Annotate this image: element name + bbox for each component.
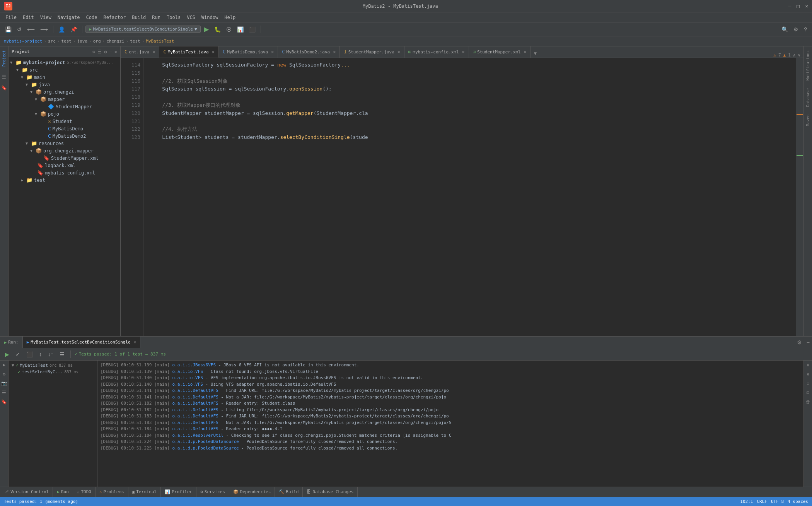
- side-bookmark-icon[interactable]: 🔖: [1, 399, 7, 405]
- menu-vcs[interactable]: VCS: [184, 14, 198, 21]
- menu-help[interactable]: Help: [221, 14, 239, 21]
- tab-MyBatisTest[interactable]: C MyBatisTest.java ✕: [159, 46, 218, 58]
- sidebar-close-icon[interactable]: ✕: [114, 49, 117, 55]
- stop-test-btn[interactable]: ⬛: [24, 350, 35, 358]
- sidebar-gear-icon[interactable]: ⚙: [104, 49, 107, 55]
- tree-item-mybatis-config-xml[interactable]: ▶ 🔖 mybatis-config.xml: [9, 169, 120, 176]
- toolbar-forward[interactable]: ⟶: [38, 25, 50, 34]
- run-again-btn[interactable]: ▶: [3, 350, 11, 358]
- tree-item-java-main[interactable]: ▼ 📁 java: [9, 81, 120, 88]
- bc-project[interactable]: mybatis-project: [4, 39, 42, 44]
- services-tab[interactable]: ⚙ Services: [196, 487, 229, 497]
- tab-mybatis-config[interactable]: ⊞ mybatis-config.xml ✕: [404, 46, 469, 58]
- run-tab[interactable]: ▶ Run:: [0, 337, 23, 348]
- close-btn[interactable]: ✕: [805, 3, 808, 9]
- structure-icon[interactable]: ☰: [2, 74, 6, 80]
- menu-run[interactable]: Run: [149, 14, 164, 21]
- tree-item-pojo[interactable]: ▼ 📦 pojo: [9, 110, 120, 118]
- line-ending[interactable]: CRLF: [757, 499, 767, 504]
- bookmarks-icon[interactable]: 🔖: [1, 85, 7, 91]
- tab-close[interactable]: ✕: [524, 49, 527, 55]
- tab-MyBatisDemo[interactable]: C MyBatisDemo.java ✕: [219, 46, 278, 58]
- tab-ent-java[interactable]: C ent.java ✕: [121, 46, 159, 58]
- cursor-position[interactable]: 102:1: [740, 499, 753, 504]
- bc-test[interactable]: test: [61, 39, 72, 44]
- minimize-btn[interactable]: ─: [788, 3, 792, 9]
- sidebar-scope-icon[interactable]: ⊕: [92, 49, 95, 55]
- scroll-up-icon[interactable]: ∧: [807, 362, 809, 368]
- sort-dur-btn[interactable]: ↓↑: [46, 350, 55, 358]
- filter-icon[interactable]: ⊟: [807, 390, 809, 395]
- settings-button[interactable]: ⚙: [792, 25, 800, 34]
- dependencies-tab[interactable]: 📦 Dependencies: [229, 487, 275, 497]
- indent-setting[interactable]: 4 spaces: [788, 499, 808, 504]
- tree-item-org-chengzi-mapper[interactable]: ▼ 📦 org.chengzi.mapper: [9, 147, 120, 154]
- tree-item-MyBatisDemo2[interactable]: ▶ C MyBatisDemo2: [9, 132, 120, 140]
- profile-button[interactable]: 📊: [235, 25, 246, 34]
- tab-close-icon[interactable]: ✕: [134, 340, 136, 345]
- panel-close-btn[interactable]: −: [804, 338, 812, 346]
- terminal-tab[interactable]: ▣ Terminal: [128, 487, 161, 497]
- menu-navigate[interactable]: Navigate: [55, 14, 83, 21]
- tree-item-mybatis-project[interactable]: ▼ 📁 mybatis-project G:\workspace\MyBa...: [9, 59, 120, 66]
- database-tab[interactable]: Database: [805, 86, 811, 109]
- version-control-tab[interactable]: ⎇ Version Control: [0, 487, 53, 497]
- menu-tools[interactable]: Tools: [164, 14, 184, 21]
- tree-item-Student[interactable]: ▶ ☉ Student: [9, 118, 120, 125]
- search-everywhere[interactable]: 🔍: [780, 25, 790, 34]
- run-bottom-tab[interactable]: ▶ Run: [53, 487, 73, 497]
- scroll-down-icon[interactable]: ∨: [807, 371, 809, 377]
- menu-code[interactable]: Code: [83, 14, 101, 21]
- todo-tab[interactable]: ☑ TODO: [73, 487, 96, 497]
- tab-StudentMapper-java[interactable]: I StudentMapper.java ✕: [340, 46, 404, 58]
- menu-build[interactable]: Build: [129, 14, 149, 21]
- tab-close[interactable]: ✕: [271, 49, 274, 55]
- bc-chengzi[interactable]: chengzi: [106, 39, 124, 44]
- nav-up[interactable]: ∧: [793, 53, 796, 58]
- maximize-btn[interactable]: □: [797, 3, 800, 9]
- toolbar-sync[interactable]: ↺: [15, 25, 24, 34]
- bc-src[interactable]: src: [48, 39, 56, 44]
- menu-edit[interactable]: Edit: [20, 14, 37, 21]
- tree-item-org-chengzi[interactable]: ▼ 📦 org.chengzi: [9, 88, 120, 96]
- tab-close[interactable]: ✕: [397, 49, 400, 55]
- tree-item-main[interactable]: ▼ 📁 main: [9, 74, 120, 81]
- tree-btn[interactable]: ☰: [58, 350, 67, 358]
- tree-item-logback-xml[interactable]: ▶ 🔖 logback.xml: [9, 162, 120, 169]
- tree-item-StudentMapper-xml[interactable]: ▶ 🔖 StudentMapper.xml: [9, 154, 120, 162]
- bc-org[interactable]: org: [93, 39, 101, 44]
- sidebar-list-icon[interactable]: ☰: [97, 49, 102, 55]
- side-run-icon[interactable]: ▶: [3, 362, 5, 368]
- help-button[interactable]: ?: [802, 25, 809, 34]
- menu-view[interactable]: View: [37, 14, 55, 21]
- profiler-tab[interactable]: 📊 Profiler: [161, 487, 196, 497]
- tree-item-mapper[interactable]: ▼ 📦 mapper: [9, 96, 120, 103]
- toolbar-nav[interactable]: 👤: [56, 25, 67, 34]
- coverage-button[interactable]: ⦿: [224, 25, 234, 34]
- project-panel-tab[interactable]: Project: [1, 48, 7, 69]
- problems-tab[interactable]: ⚠ Problems: [96, 487, 128, 497]
- run-button[interactable]: ▶: [202, 24, 211, 34]
- tab-StudentMapper-xml[interactable]: ⊞ StudentMapper.xml ✕: [469, 46, 531, 58]
- nav-down[interactable]: ∨: [798, 53, 800, 58]
- tab-close[interactable]: ✕: [152, 49, 155, 55]
- toolbar-save[interactable]: 💾: [3, 25, 14, 34]
- run-config-tab[interactable]: ▶ MyBatisTest.testSelectByConditionSingl…: [23, 337, 141, 348]
- panel-settings-btn[interactable]: ⚙: [795, 338, 804, 346]
- maven-tab[interactable]: Maven: [805, 112, 811, 128]
- toolbar-back[interactable]: ⟵: [25, 25, 37, 34]
- bc-java[interactable]: java: [77, 39, 88, 44]
- tab-close[interactable]: ✕: [212, 49, 215, 55]
- tree-item-StudentMapper[interactable]: ▶ 🔷 StudentMapper: [9, 103, 120, 110]
- menu-refactor[interactable]: Refactor: [100, 14, 129, 21]
- tree-item-MyBatisDemo[interactable]: ▶ C MyBatisDemo: [9, 125, 120, 132]
- sidebar-collapse-icon[interactable]: −: [109, 49, 112, 55]
- sort-icon[interactable]: ↕: [807, 381, 809, 386]
- title-bar-controls[interactable]: ─ □ ✕: [788, 3, 808, 9]
- tree-item-resources[interactable]: ▼ 📁 resources: [9, 140, 120, 147]
- code-area[interactable]: SqlSessionFactory sqlSessionFactory = ne…: [144, 58, 796, 336]
- bc-test2[interactable]: test: [130, 39, 140, 44]
- menu-file[interactable]: File: [2, 14, 20, 21]
- bc-file[interactable]: MyBatisTest: [146, 39, 174, 44]
- toolbar-search[interactable]: 📌: [68, 25, 79, 34]
